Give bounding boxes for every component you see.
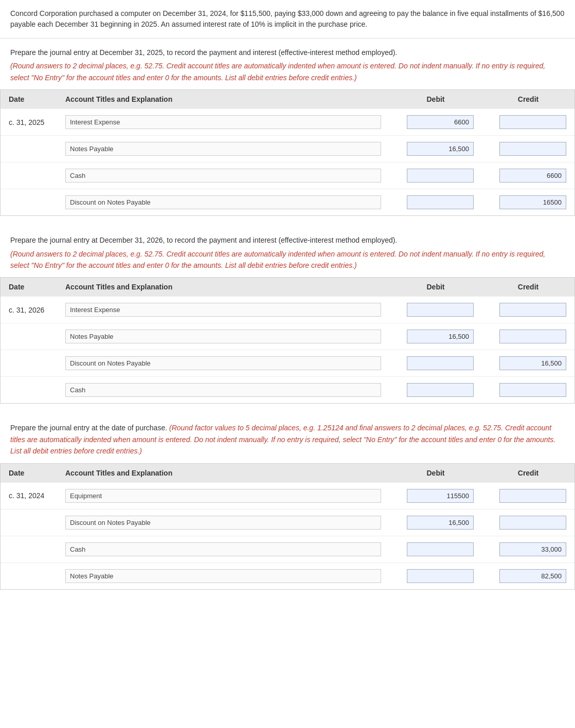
credit-cell-1-3[interactable] xyxy=(482,167,574,185)
account-cell-1-2[interactable] xyxy=(57,140,389,158)
debit-cell-3-2[interactable] xyxy=(389,514,482,532)
date-cell-1-3 xyxy=(1,174,57,178)
table-row: c. 31, 2025 xyxy=(1,108,574,135)
account-cell-3-3[interactable] xyxy=(57,540,389,558)
debit-input-2-4[interactable] xyxy=(407,383,474,397)
credit-input-2-4[interactable] xyxy=(499,383,566,397)
col-credit-label-2: Credit xyxy=(482,283,574,291)
section1-table: Date Account Titles and Explanation Debi… xyxy=(0,89,575,216)
debit-cell-1-4[interactable] xyxy=(389,193,482,211)
debit-input-3-3[interactable] xyxy=(407,542,474,556)
credit-input-2-2[interactable] xyxy=(499,330,566,343)
account-input-3-4[interactable] xyxy=(65,569,381,583)
section3-instructions: Prepare the journal entry at the date of… xyxy=(0,414,575,463)
section3-table-header: Date Account Titles and Explanation Debi… xyxy=(1,464,574,482)
date-cell-1-4 xyxy=(1,201,57,205)
debit-input-2-2[interactable] xyxy=(407,330,474,343)
section3-table: Date Account Titles and Explanation Debi… xyxy=(0,463,575,590)
account-cell-3-1[interactable] xyxy=(57,487,389,505)
date-cell-1-2 xyxy=(1,147,57,151)
account-input-1-3[interactable] xyxy=(65,169,381,183)
date-cell-3-2 xyxy=(1,520,57,524)
account-input-3-3[interactable] xyxy=(65,542,381,556)
account-input-1-4[interactable] xyxy=(65,195,381,209)
account-input-1-1[interactable] xyxy=(65,115,381,129)
col-debit-label-1: Debit xyxy=(389,95,482,103)
credit-input-1-3[interactable] xyxy=(499,169,566,183)
credit-cell-2-4[interactable] xyxy=(482,381,574,399)
debit-input-1-4[interactable] xyxy=(407,195,474,209)
credit-cell-2-1[interactable] xyxy=(482,301,574,319)
credit-cell-3-1[interactable] xyxy=(482,487,574,505)
debit-input-2-1[interactable] xyxy=(407,303,474,317)
credit-input-3-2[interactable] xyxy=(499,516,566,530)
account-cell-1-3[interactable] xyxy=(57,167,389,185)
account-cell-3-2[interactable] xyxy=(57,514,389,532)
account-input-2-3[interactable] xyxy=(65,356,381,370)
debit-cell-3-4[interactable] xyxy=(389,567,482,585)
debit-cell-2-3[interactable] xyxy=(389,354,482,372)
table-row: c. 31, 2026 xyxy=(1,296,574,323)
account-cell-2-1[interactable] xyxy=(57,301,389,319)
debit-input-1-1[interactable] xyxy=(407,115,474,129)
col-date-label-1: Date xyxy=(1,95,57,103)
debit-cell-2-1[interactable] xyxy=(389,301,482,319)
debit-cell-2-2[interactable] xyxy=(389,327,482,345)
credit-input-1-2[interactable] xyxy=(499,142,566,156)
account-input-2-2[interactable] xyxy=(65,330,381,343)
credit-cell-1-2[interactable] xyxy=(482,140,574,158)
credit-cell-3-2[interactable] xyxy=(482,514,574,532)
account-cell-3-4[interactable] xyxy=(57,567,389,585)
debit-input-2-3[interactable] xyxy=(407,356,474,370)
col-date-label-2: Date xyxy=(1,283,57,291)
credit-cell-1-4[interactable] xyxy=(482,193,574,211)
credit-cell-1-1[interactable] xyxy=(482,113,574,131)
account-cell-1-1[interactable] xyxy=(57,113,389,131)
credit-input-2-3[interactable] xyxy=(499,356,566,370)
section2-table-header: Date Account Titles and Explanation Debi… xyxy=(1,278,574,296)
credit-input-2-1[interactable] xyxy=(499,303,566,317)
account-cell-2-3[interactable] xyxy=(57,354,389,372)
credit-input-1-1[interactable] xyxy=(499,115,566,129)
debit-input-3-1[interactable] xyxy=(407,489,474,503)
account-input-3-2[interactable] xyxy=(65,516,381,530)
debit-cell-1-1[interactable] xyxy=(389,113,482,131)
credit-cell-2-2[interactable] xyxy=(482,327,574,345)
debit-cell-1-2[interactable] xyxy=(389,140,482,158)
section2-table: Date Account Titles and Explanation Debi… xyxy=(0,277,575,404)
debit-cell-2-4[interactable] xyxy=(389,381,482,399)
credit-input-3-3[interactable] xyxy=(499,542,566,556)
credit-cell-2-3[interactable] xyxy=(482,354,574,372)
section2-instructions-italic: (Round answers to 2 decimal places, e.g.… xyxy=(10,250,545,269)
credit-input-1-4[interactable] xyxy=(499,195,566,209)
debit-input-1-2[interactable] xyxy=(407,142,474,156)
date-cell-2-3 xyxy=(1,361,57,366)
account-cell-2-2[interactable] xyxy=(57,327,389,345)
problem-statement: Concord Corporation purchased a computer… xyxy=(0,0,575,39)
debit-cell-3-1[interactable] xyxy=(389,487,482,505)
account-input-2-4[interactable] xyxy=(65,383,381,397)
account-cell-2-4[interactable] xyxy=(57,381,389,399)
date-cell-3-1: c. 31, 2024 xyxy=(1,489,57,502)
col-account-label-3: Account Titles and Explanation xyxy=(57,469,389,477)
debit-cell-3-3[interactable] xyxy=(389,540,482,558)
table-row xyxy=(1,509,574,536)
credit-cell-3-3[interactable] xyxy=(482,540,574,558)
table-row xyxy=(1,536,574,562)
account-cell-1-4[interactable] xyxy=(57,193,389,211)
credit-input-3-1[interactable] xyxy=(499,489,566,503)
account-input-3-1[interactable] xyxy=(65,489,381,503)
section1-table-header: Date Account Titles and Explanation Debi… xyxy=(1,90,574,108)
debit-input-3-4[interactable] xyxy=(407,569,474,583)
table-row xyxy=(1,376,574,403)
credit-cell-3-4[interactable] xyxy=(482,567,574,585)
problem-statement-text: Concord Corporation purchased a computer… xyxy=(10,9,564,28)
account-input-1-2[interactable] xyxy=(65,142,381,156)
debit-cell-1-3[interactable] xyxy=(389,167,482,185)
date-cell-2-2 xyxy=(1,335,57,339)
section1-instructions-italic: (Round answers to 2 decimal places, e.g.… xyxy=(10,62,545,81)
account-input-2-1[interactable] xyxy=(65,303,381,317)
credit-input-3-4[interactable] xyxy=(499,569,566,583)
debit-input-3-2[interactable] xyxy=(407,516,474,530)
debit-input-1-3[interactable] xyxy=(407,169,474,183)
